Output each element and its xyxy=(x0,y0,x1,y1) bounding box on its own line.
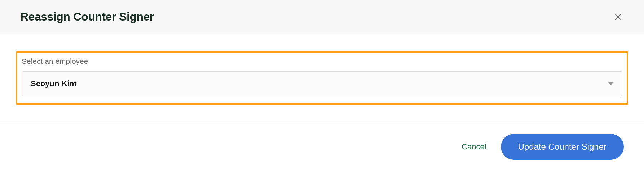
cancel-button[interactable]: Cancel xyxy=(460,139,488,154)
update-counter-signer-button[interactable]: Update Counter Signer xyxy=(501,134,624,160)
modal-header: Reassign Counter Signer xyxy=(0,0,644,34)
close-icon xyxy=(614,13,622,21)
highlighted-field-group: Select an employee Seoyun Kim xyxy=(16,51,628,105)
modal-footer: Cancel Update Counter Signer xyxy=(0,122,644,171)
modal-body: Select an employee Seoyun Kim xyxy=(0,34,644,122)
employee-select[interactable]: Seoyun Kim xyxy=(22,71,622,96)
modal-title: Reassign Counter Signer xyxy=(20,10,154,23)
employee-select-label: Select an employee xyxy=(22,57,622,66)
employee-select-wrapper: Seoyun Kim xyxy=(22,71,622,96)
close-button[interactable] xyxy=(612,11,624,23)
